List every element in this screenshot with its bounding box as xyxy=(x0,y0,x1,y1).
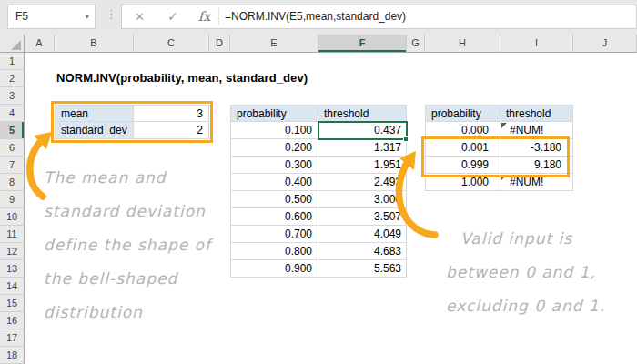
column-header-i[interactable]: I xyxy=(500,35,573,53)
cell-f10[interactable]: 3.507 xyxy=(318,208,407,226)
note-line: define the shape of xyxy=(44,228,211,262)
selected-cell-border xyxy=(318,121,408,140)
cell-i4-threshold-header[interactable]: threshold xyxy=(500,105,573,122)
name-box-dropdown-icon[interactable]: ▾ xyxy=(85,5,89,28)
insert-function-icon[interactable]: fx xyxy=(198,5,210,28)
row-header-12[interactable]: 12 xyxy=(0,243,25,260)
row-header-6[interactable]: 6 xyxy=(0,139,25,157)
row-header-1[interactable]: 1 xyxy=(0,53,25,70)
highlight-box-valid-inputs xyxy=(421,136,570,177)
cell-e10[interactable]: 0.600 xyxy=(230,208,318,226)
note-line: standard deviation xyxy=(44,195,211,228)
column-header-f-selected[interactable]: F xyxy=(318,35,407,53)
sheet-title-cell-b2[interactable]: NORM.INV(probability, mean, standard_dev… xyxy=(56,70,308,87)
cell-h4-probability-header[interactable]: probability xyxy=(425,105,500,122)
formula-input[interactable]: =NORM.INV(E5,mean,standard_dev) xyxy=(225,5,406,28)
enter-icon[interactable]: ✓ xyxy=(167,5,178,28)
cell-f12[interactable]: 4.683 xyxy=(318,243,407,260)
row-header-11[interactable]: 11 xyxy=(0,226,25,243)
column-header-a[interactable]: A xyxy=(25,35,55,53)
formula-toolbar: F5 ▾ ⋮ ✕ ✓ fx =NORM.INV(E5,mean,standard… xyxy=(0,0,637,35)
left-arrow xyxy=(30,141,43,197)
note-line: Valid input is xyxy=(446,222,605,256)
note-line: distribution xyxy=(44,296,211,329)
excel-window: F5 ▾ ⋮ ✕ ✓ fx =NORM.INV(E5,mean,standard… xyxy=(0,0,637,364)
row-header-4[interactable]: 4 xyxy=(0,105,25,122)
row-header-7[interactable]: 7 xyxy=(0,157,25,174)
column-header-b[interactable]: B xyxy=(55,35,134,53)
row-header-14[interactable]: 14 xyxy=(0,278,25,295)
column-header-e[interactable]: E xyxy=(230,35,318,53)
cell-e11[interactable]: 0.700 xyxy=(230,226,318,243)
cell-f13[interactable]: 5.563 xyxy=(318,260,407,278)
cell-f4-threshold-header[interactable]: threshold xyxy=(318,105,407,122)
row-header-2[interactable]: 2 xyxy=(0,70,25,87)
row-header-9[interactable]: 9 xyxy=(0,191,25,208)
cell-e4-probability-header[interactable]: probability xyxy=(230,105,318,122)
row-header-18[interactable]: 18 xyxy=(0,347,25,364)
note-left: The mean and standard deviation define t… xyxy=(44,161,211,329)
toolbar-separator-dots-icon: ⋮ xyxy=(106,7,117,21)
row-header-16[interactable]: 16 xyxy=(0,312,25,329)
select-all-corner[interactable] xyxy=(0,35,25,53)
column-header-c[interactable]: C xyxy=(134,35,209,53)
cell-f6[interactable]: 1.317 xyxy=(318,139,407,157)
note-line: excluding 0 and 1. xyxy=(446,289,605,323)
row-header-8[interactable]: 8 xyxy=(0,174,25,191)
note-line: The mean and xyxy=(44,161,211,195)
cell-e9[interactable]: 0.500 xyxy=(230,191,318,208)
formula-bar-divider xyxy=(218,8,219,25)
select-all-triangle-icon xyxy=(11,40,21,50)
cell-e5[interactable]: 0.100 xyxy=(230,122,318,139)
note-line: the bell-shaped xyxy=(44,262,211,296)
cell-f8[interactable]: 2.493 xyxy=(318,174,407,191)
cell-f9[interactable]: 3.000 xyxy=(318,191,407,208)
error-indicator-triangle-icon xyxy=(501,123,507,128)
row-header-13[interactable]: 13 xyxy=(0,260,25,278)
note-line: between 0 and 1, xyxy=(446,256,605,289)
cell-e7[interactable]: 0.300 xyxy=(230,157,318,174)
cell-e6[interactable]: 0.200 xyxy=(230,139,318,157)
row-header-5-selected[interactable]: 5 xyxy=(0,122,25,139)
cell-f7[interactable]: 1.951 xyxy=(318,157,407,174)
cell-e12[interactable]: 0.800 xyxy=(230,243,318,260)
left-arrow-head-icon xyxy=(34,132,52,149)
row-header-15[interactable]: 15 xyxy=(0,295,25,312)
note-right: Valid input is between 0 and 1, excludin… xyxy=(446,222,605,323)
row-header-17[interactable]: 17 xyxy=(0,329,25,347)
fill-handle[interactable] xyxy=(403,136,409,142)
row-header-10[interactable]: 10 xyxy=(0,208,25,226)
name-box-value: F5 xyxy=(15,10,28,23)
name-box[interactable]: F5 ▾ xyxy=(7,5,96,29)
cell-f11[interactable]: 4.049 xyxy=(318,226,407,243)
column-header-g[interactable]: G xyxy=(407,35,425,53)
formula-bar[interactable]: ✕ ✓ fx =NORM.INV(E5,mean,standard_dev) xyxy=(121,5,637,29)
cancel-icon[interactable]: ✕ xyxy=(135,5,145,28)
highlight-box-params xyxy=(51,101,213,143)
row-header-3[interactable]: 3 xyxy=(0,87,25,105)
cell-e8[interactable]: 0.400 xyxy=(230,174,318,191)
column-header-d[interactable]: D xyxy=(209,35,230,53)
column-header-h[interactable]: H xyxy=(425,35,500,53)
column-header-j[interactable]: J xyxy=(573,35,637,53)
cell-e13[interactable]: 0.900 xyxy=(230,260,318,278)
